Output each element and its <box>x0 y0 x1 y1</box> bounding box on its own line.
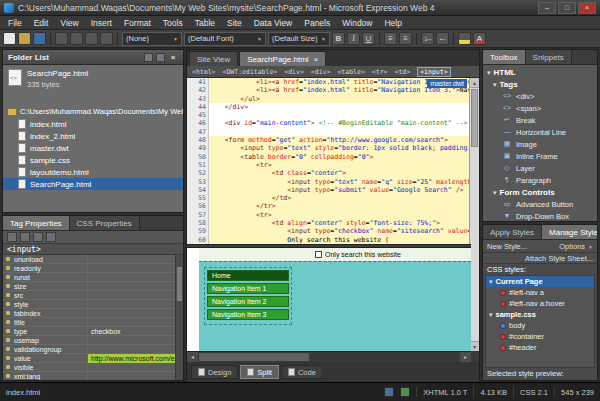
tag-crumb-div-2[interactable]: <div> <box>284 68 304 76</box>
toolbox-item-inline-frame[interactable]: ▣Inline Frame <box>483 150 597 162</box>
document-tab-site-view[interactable]: Site View <box>189 51 238 66</box>
file-item-layoutdemo-html[interactable]: layoutdemo.html <box>3 166 183 178</box>
menu-edit[interactable]: Edit <box>28 16 55 30</box>
close-button[interactable]: × <box>578 2 596 14</box>
file-item-sample-css[interactable]: sample.css <box>3 154 183 166</box>
horizontal-scrollbar[interactable] <box>187 351 471 362</box>
categorized-view-icon[interactable] <box>7 232 17 242</box>
menu-file[interactable]: File <box>2 16 28 30</box>
attach-style-sheet-link[interactable]: Attach Style Sheet... <box>525 254 593 263</box>
code-view[interactable]: 41 <li><a href="index.html" title="Navig… <box>187 78 471 244</box>
code-line-60[interactable]: 60 Only search this website ( <box>187 236 471 244</box>
minimize-button[interactable]: – <box>538 2 556 14</box>
numbering-icon[interactable] <box>421 32 434 45</box>
code-line-59[interactable]: 59 <input type="checkbox" name="sitesear… <box>187 227 471 235</box>
align-center-icon[interactable] <box>399 32 412 45</box>
tag-crumb-table-4[interactable]: <table> <box>337 68 364 76</box>
style-group-current-page[interactable]: Current Page <box>486 276 594 287</box>
toolbox-section-form-controls[interactable]: Form Controls <box>483 186 597 198</box>
alphabetical-view-icon[interactable] <box>20 232 30 242</box>
scroll-down-icon[interactable] <box>470 341 479 351</box>
style-application-icon[interactable] <box>400 387 410 397</box>
copy-icon[interactable] <box>70 32 83 45</box>
code-line-50[interactable]: 50 <table border="0" cellpadding="0"> <box>187 153 471 161</box>
cut-icon[interactable] <box>55 32 68 45</box>
italic-icon[interactable] <box>347 32 360 45</box>
tag-crumb-dwt-editable-1[interactable]: <DWT:editable> <box>222 68 277 76</box>
close-panel-icon[interactable] <box>168 53 178 62</box>
visual-aids-icon[interactable] <box>384 387 394 397</box>
size-dropdown[interactable]: (Default Size) <box>268 32 330 46</box>
tab-manage-styles[interactable]: Manage Styles <box>542 225 598 239</box>
scroll-left-icon[interactable] <box>187 352 198 362</box>
tag-crumb-input-7[interactable]: <input> <box>417 67 450 77</box>
toolbox-item-paragraph[interactable]: ¶Paragraph <box>483 174 597 186</box>
style-rule-body[interactable]: body <box>486 320 594 331</box>
new-style-link[interactable]: New Style... <box>487 242 527 251</box>
underline-icon[interactable] <box>362 32 375 45</box>
code-line-46[interactable]: 46 <div id="main-content"> <!-- #BeginEd… <box>187 119 471 127</box>
toolbox-item-div[interactable]: <><div> <box>483 90 597 102</box>
design-nav-home[interactable]: Home <box>207 270 289 281</box>
code-line-48[interactable]: 48 <form method="get" action="http://www… <box>187 136 471 144</box>
tag-crumb-tr-5[interactable]: <tr> <box>372 68 388 76</box>
view-code-button[interactable]: Code <box>281 365 323 379</box>
code-line-49[interactable]: 49 <input type="text" style="border: 1px… <box>187 144 471 152</box>
close-tab-icon[interactable]: × <box>314 55 319 64</box>
style-rule-container[interactable]: #container <box>486 331 594 342</box>
site-search-checkbox[interactable] <box>315 251 322 258</box>
code-line-57[interactable]: 57 <tr> <box>187 211 471 219</box>
design-canvas[interactable]: HomeNavigation Item 1Navigation Item 2Na… <box>199 261 471 351</box>
menu-site[interactable]: Site <box>221 16 248 30</box>
file-item-master-dwt[interactable]: master.dwt <box>3 142 183 154</box>
new-folder-icon[interactable] <box>156 53 165 62</box>
font-color-icon[interactable]: A <box>473 32 486 45</box>
code-line-52[interactable]: 52 <td class="center"> <box>187 169 471 177</box>
maximize-button[interactable]: □ <box>558 2 576 14</box>
view-design-button[interactable]: Design <box>191 365 238 379</box>
status-css-version[interactable]: CSS 2.1 <box>520 388 548 397</box>
view-split-button[interactable]: Split <box>240 365 279 379</box>
scroll-right-icon[interactable] <box>460 352 471 362</box>
file-item-index-2-html[interactable]: index_2.html <box>3 130 183 142</box>
save-icon[interactable] <box>33 32 46 45</box>
status-dimensions[interactable]: 545 x 239 <box>561 388 594 397</box>
tab-toolbox[interactable]: Toolbox <box>483 50 526 64</box>
open-icon[interactable] <box>18 32 31 45</box>
document-tab-searchpage-html[interactable]: SearchPage.html× <box>239 51 326 66</box>
menu-table[interactable]: Table <box>189 16 221 30</box>
toolbox-section-tags[interactable]: Tags <box>483 78 597 90</box>
code-line-53[interactable]: 53 <input type="text" name="q" size="25"… <box>187 178 471 186</box>
tag-property-row-xml-lang[interactable]: xml:lang <box>3 372 183 380</box>
tag-properties-scrollbar[interactable] <box>175 255 183 380</box>
bold-icon[interactable] <box>332 32 345 45</box>
toolbox-item-advanced-button[interactable]: ▭Advanced Button <box>483 198 597 210</box>
toolbox-item-break[interactable]: ↵Break <box>483 114 597 126</box>
file-item-searchpage-html[interactable]: SearchPage.html <box>3 178 183 190</box>
menu-tools[interactable]: Tools <box>157 16 189 30</box>
menu-data-view[interactable]: Data View <box>248 16 299 30</box>
tab-tag-properties[interactable]: Tag Properties <box>3 216 70 230</box>
scrollbar-thumb-horizontal[interactable] <box>199 353 309 361</box>
menu-insert[interactable]: Insert <box>85 16 118 30</box>
show-set-properties-icon[interactable] <box>33 232 43 242</box>
toolbox-item-layer[interactable]: ◇Layer <box>483 162 597 174</box>
code-line-47[interactable]: 47 <box>187 128 471 136</box>
dwt-template-badge[interactable]: master.dwt <box>427 79 467 88</box>
toolbox-item-drop-down-box[interactable]: ▼Drop-Down Box <box>483 210 597 221</box>
bullets-icon[interactable] <box>436 32 449 45</box>
toolbox-section-html[interactable]: HTML <box>483 66 597 78</box>
tag-crumb-html-0[interactable]: <html> <box>192 68 215 76</box>
new-document-icon[interactable] <box>3 32 16 45</box>
options-dropdown[interactable]: Options <box>559 242 593 251</box>
highlight-icon[interactable] <box>458 32 471 45</box>
code-line-54[interactable]: 54 <input type="submit" value="Google Se… <box>187 186 471 194</box>
code-line-55[interactable]: 55 </td> <box>187 194 471 202</box>
style-rule-header[interactable]: #header <box>486 342 594 353</box>
toolbox-item-span[interactable]: <><span> <box>483 102 597 114</box>
site-root-folder[interactable]: C:\Users\Muhammad.Waqas\Documents\My Web… <box>3 105 183 118</box>
toolbox-item-horizontal-line[interactable]: —Horizontal Line <box>483 126 597 138</box>
menu-window[interactable]: Window <box>336 16 378 30</box>
show-all-properties-icon[interactable] <box>46 232 56 242</box>
style-rule-left-nav-a[interactable]: #left-nav a <box>486 287 594 298</box>
